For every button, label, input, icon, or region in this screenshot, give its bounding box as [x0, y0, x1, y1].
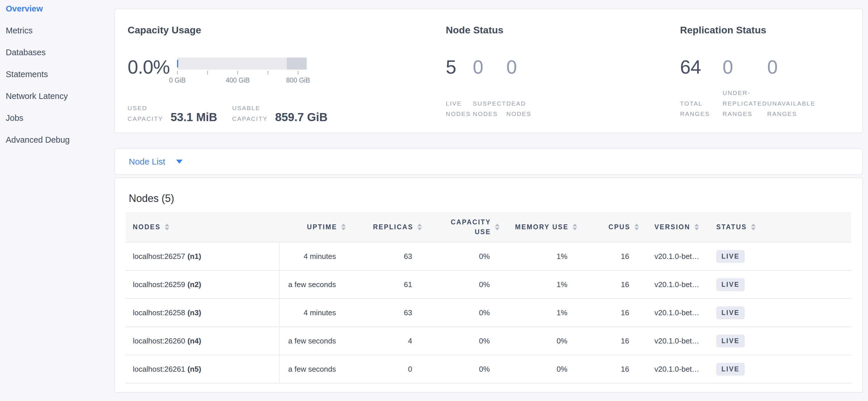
- capacity-gauge-used-marker: [177, 60, 178, 67]
- replication-stats: 64 TOTAL RANGES 0 UNDER- REPLICATED RANG…: [680, 58, 862, 119]
- replicas-cell: 63: [346, 308, 422, 317]
- total-ranges-value: 64: [680, 58, 722, 77]
- column-header-version[interactable]: VERSION: [639, 223, 701, 231]
- nodes-table: NODES UPTIME REPLICAS CAPACITY USE: [126, 212, 851, 383]
- total-ranges-label: TOTAL RANGES: [680, 98, 722, 120]
- sidebar-item-advanced-debug[interactable]: Advanced Debug: [6, 135, 114, 157]
- capacity-gauge-tickmarks: [177, 71, 307, 76]
- capacity-usage-section: Capacity Usage 0.0% 0 GiB 400 Gi: [128, 24, 446, 133]
- replicas-cell: 63: [346, 252, 422, 261]
- sort-icon[interactable]: [694, 224, 699, 230]
- uptime-cell: a few seconds: [280, 365, 346, 374]
- sort-icon[interactable]: [634, 224, 639, 230]
- node-status-section: Node Status 5 LIVE NODES 0 SUSPECT NODES…: [446, 24, 680, 133]
- column-header-replicas[interactable]: REPLICAS: [346, 223, 422, 231]
- uptime-cell: a few seconds: [280, 337, 346, 345]
- node-id: (n5): [187, 365, 201, 374]
- axis-label-0gib: 0 GiB: [169, 77, 186, 84]
- column-header-capacity-use[interactable]: CAPACITY USE: [422, 217, 499, 237]
- node-address[interactable]: localhost:26259: [133, 280, 185, 289]
- capacity-gauge-bar: [177, 58, 307, 69]
- node-address[interactable]: localhost:26261: [133, 365, 185, 374]
- live-nodes-value: 5: [446, 58, 473, 77]
- sort-icon[interactable]: [495, 224, 499, 230]
- node-address[interactable]: localhost:26260: [133, 337, 185, 345]
- cpus-cell: 16: [577, 308, 639, 317]
- uptime-cell: 4 minutes: [280, 308, 346, 317]
- usable-capacity-label: USABLE CAPACITY: [232, 103, 268, 124]
- version-cell: v20.1.0-bet…: [639, 280, 701, 289]
- version-cell: v20.1.0-bet…: [639, 252, 701, 261]
- table-row[interactable]: localhost:26260 (n4) a few seconds 4 0% …: [126, 327, 851, 355]
- sort-icon[interactable]: [165, 224, 169, 230]
- live-nodes-stat: 5 LIVE NODES: [446, 58, 473, 119]
- node-status-stats: 5 LIVE NODES 0 SUSPECT NODES 0 DEAD NODE…: [446, 58, 680, 119]
- capacity-details: USED CAPACITY 53.1 MiB USABLE CAPACITY 8…: [128, 103, 446, 124]
- app-root: Overview Metrics Databases Statements Ne…: [0, 0, 868, 401]
- uptime-cell: 4 minutes: [280, 252, 346, 261]
- sidebar: Overview Metrics Databases Statements Ne…: [0, 0, 114, 401]
- cluster-summary-card: Capacity Usage 0.0% 0 GiB 400 Gi: [114, 9, 863, 133]
- sidebar-item-metrics[interactable]: Metrics: [6, 26, 114, 48]
- under-replicated-ranges-value: 0: [722, 58, 767, 77]
- node-list-dropdown-card: Node List: [114, 148, 863, 175]
- sidebar-item-jobs[interactable]: Jobs: [6, 113, 114, 135]
- node-id: (n2): [187, 280, 201, 289]
- suspect-nodes-value: 0: [473, 58, 506, 77]
- nodes-table-title: Nodes (5): [129, 193, 851, 204]
- axis-label-400gib: 400 GiB: [226, 77, 249, 84]
- unavailable-ranges-label: UNAVAILABLE RANGES: [767, 98, 815, 120]
- cpus-cell: 16: [577, 252, 639, 261]
- sidebar-item-databases[interactable]: Databases: [6, 48, 114, 69]
- cpus-cell: 16: [577, 337, 639, 345]
- column-header-nodes[interactable]: NODES: [126, 223, 280, 231]
- column-header-uptime[interactable]: UPTIME: [280, 223, 346, 231]
- sort-icon[interactable]: [417, 224, 422, 230]
- capacity-cell: 0%: [422, 280, 499, 289]
- dead-nodes-value: 0: [506, 58, 533, 77]
- suspect-nodes-label: SUSPECT NODES: [473, 98, 506, 120]
- sidebar-item-network-latency[interactable]: Network Latency: [6, 91, 114, 113]
- capacity-gauge-axis-labels: 0 GiB 400 GiB 800 GiB: [177, 77, 307, 85]
- status-badge: LIVE: [716, 363, 745, 376]
- table-row[interactable]: localhost:26258 (n3) 4 minutes 63 0% 1% …: [126, 299, 851, 327]
- table-row[interactable]: localhost:26259 (n2) a few seconds 61 0%…: [126, 271, 851, 299]
- sort-icon[interactable]: [341, 224, 346, 230]
- node-id: (n1): [187, 252, 201, 261]
- sidebar-item-statements[interactable]: Statements: [6, 69, 114, 91]
- column-header-status[interactable]: STATUS: [701, 223, 851, 231]
- used-capacity-value: 53.1 MiB: [170, 111, 217, 124]
- table-row[interactable]: localhost:26257 (n1) 4 minutes 63 0% 1% …: [126, 242, 851, 271]
- replicas-cell: 0: [346, 365, 422, 374]
- node-list-dropdown-label: Node List: [129, 157, 165, 167]
- status-badge: LIVE: [716, 250, 745, 263]
- sort-icon[interactable]: [572, 224, 577, 230]
- memory-cell: 0%: [499, 337, 577, 345]
- suspect-nodes-stat: 0 SUSPECT NODES: [473, 58, 506, 119]
- node-address[interactable]: localhost:26258: [133, 308, 185, 317]
- used-capacity-label: USED CAPACITY: [128, 103, 163, 124]
- node-list-dropdown[interactable]: Node List: [129, 157, 183, 167]
- version-cell: v20.1.0-bet…: [639, 365, 701, 374]
- sidebar-item-overview[interactable]: Overview: [6, 4, 114, 26]
- nodes-table-card: Nodes (5) NODES UPTIME REPLICAS: [114, 177, 863, 393]
- sort-icon[interactable]: [751, 224, 755, 230]
- version-cell: v20.1.0-bet…: [639, 337, 701, 345]
- column-header-cpus[interactable]: CPUS: [577, 223, 639, 231]
- table-row[interactable]: localhost:26261 (n5) a few seconds 0 0% …: [126, 355, 851, 383]
- uptime-cell: a few seconds: [280, 280, 346, 289]
- replication-status-title: Replication Status: [680, 24, 862, 36]
- status-badge: LIVE: [716, 306, 745, 319]
- main-content: Capacity Usage 0.0% 0 GiB 400 Gi: [114, 0, 868, 401]
- total-ranges-stat: 64 TOTAL RANGES: [680, 58, 722, 119]
- dead-nodes-stat: 0 DEAD NODES: [506, 58, 533, 119]
- replication-status-section: Replication Status 64 TOTAL RANGES 0 UND…: [680, 24, 862, 133]
- column-header-memory-use[interactable]: MEMORY USE: [499, 223, 577, 231]
- under-replicated-ranges-stat: 0 UNDER- REPLICATED RANGES: [722, 58, 767, 119]
- memory-cell: 1%: [499, 308, 577, 317]
- memory-cell: 0%: [499, 365, 577, 374]
- node-address[interactable]: localhost:26257: [133, 252, 185, 261]
- axis-label-800gib: 800 GiB: [286, 77, 310, 84]
- cpus-cell: 16: [577, 280, 639, 289]
- status-badge: LIVE: [716, 278, 745, 291]
